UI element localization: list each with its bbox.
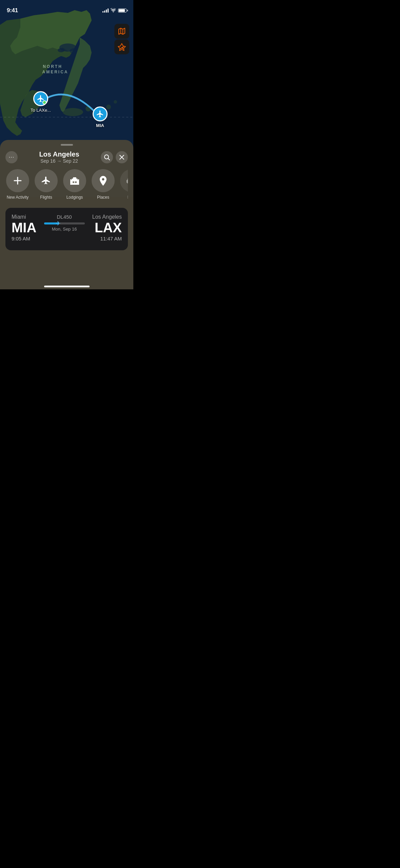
- drag-handle[interactable]: [61, 144, 73, 146]
- lax-circle: [33, 91, 48, 106]
- new-activity-label: New Activity: [7, 195, 29, 200]
- svg-rect-27: [78, 179, 79, 185]
- new-activity-button[interactable]: New Activity: [5, 169, 30, 200]
- flight-origin: Miami MIA 9:05 AM: [12, 214, 36, 241]
- trip-dates: Sep 16 → Sep 22: [39, 158, 79, 164]
- origin-time: 9:05 AM: [12, 236, 36, 241]
- new-activity-circle: [6, 169, 29, 192]
- flights-circle: [35, 169, 58, 192]
- svg-text:NORTH: NORTH: [43, 64, 62, 69]
- svg-rect-23: [73, 177, 76, 179]
- close-button[interactable]: [116, 151, 128, 163]
- origin-code: MIA: [12, 221, 36, 234]
- flight-plane-icon: ✈: [56, 220, 61, 227]
- flight-date: Mon, Sep 16: [44, 227, 85, 232]
- quick-actions-row: New Activity Flights: [5, 169, 128, 201]
- rental-button[interactable]: Re...: [119, 169, 128, 200]
- panel-header: ··· Los Angeles Sep 16 → Sep 22: [5, 150, 128, 164]
- rental-label: Re...: [127, 195, 128, 200]
- mia-code-label: MIA: [96, 123, 104, 128]
- destination-city: Los Angeles: [39, 150, 79, 158]
- svg-point-9: [114, 100, 117, 104]
- svg-rect-21: [70, 180, 79, 185]
- flights-button[interactable]: Flights: [34, 169, 58, 200]
- flight-info-row: Miami MIA 9:05 AM DL450 ✈ Mon, Sep 16 Lo…: [12, 214, 122, 241]
- lax-to-label: To LAXe...: [31, 108, 51, 113]
- svg-point-15: [104, 155, 109, 159]
- home-indicator: [44, 286, 90, 287]
- places-circle: [92, 169, 115, 192]
- bottom-panel: ··· Los Angeles Sep 16 → Sep 22: [0, 140, 133, 289]
- map-controls: [114, 24, 129, 54]
- svg-line-16: [108, 159, 110, 160]
- lodgings-button[interactable]: Lodgings: [62, 169, 87, 200]
- flight-card[interactable]: Miami MIA 9:05 AM DL450 ✈ Mon, Sep 16 Lo…: [5, 208, 128, 250]
- destination-time: 11:47 AM: [92, 236, 122, 241]
- green-status-dot: [42, 101, 46, 105]
- lodgings-circle: [63, 169, 86, 192]
- lodgings-label: Lodgings: [66, 195, 83, 200]
- more-options-button[interactable]: ···: [5, 151, 18, 163]
- status-bar: 9:41: [0, 0, 133, 17]
- destination-city-card: Los Angeles: [92, 214, 122, 220]
- flights-label: Flights: [40, 195, 52, 200]
- battery-icon: [118, 8, 127, 13]
- mia-circle: [93, 107, 108, 122]
- svg-point-4: [63, 108, 83, 116]
- search-button[interactable]: [101, 151, 113, 163]
- destination-code: LAX: [92, 221, 122, 234]
- svg-rect-24: [73, 181, 74, 183]
- origin-city: Miami: [12, 214, 36, 220]
- header-action-buttons: [101, 151, 128, 163]
- places-label: Places: [97, 195, 109, 200]
- lax-marker[interactable]: To LAXe...: [31, 91, 51, 113]
- flight-middle: DL450 ✈ Mon, Sep 16: [44, 214, 85, 232]
- location-button[interactable]: [114, 39, 129, 54]
- places-button[interactable]: Places: [91, 169, 115, 200]
- wifi-icon: [111, 8, 116, 13]
- flight-destination: Los Angeles LAX 11:47 AM: [92, 214, 122, 241]
- mia-marker[interactable]: MIA: [93, 107, 108, 128]
- rental-circle: [120, 169, 128, 192]
- map-view-button[interactable]: [114, 24, 129, 39]
- status-time: 9:41: [7, 7, 18, 14]
- svg-text:AMERICA: AMERICA: [42, 70, 69, 74]
- svg-rect-25: [75, 181, 77, 183]
- svg-rect-26: [70, 179, 71, 185]
- signal-bars-icon: [102, 8, 109, 13]
- trip-title-group: Los Angeles Sep 16 → Sep 22: [39, 150, 79, 164]
- svg-point-3: [58, 48, 64, 52]
- status-icons: [102, 8, 127, 13]
- more-icon: ···: [9, 154, 14, 160]
- flight-number: DL450: [44, 214, 85, 220]
- flight-progress-bar: ✈: [44, 222, 85, 224]
